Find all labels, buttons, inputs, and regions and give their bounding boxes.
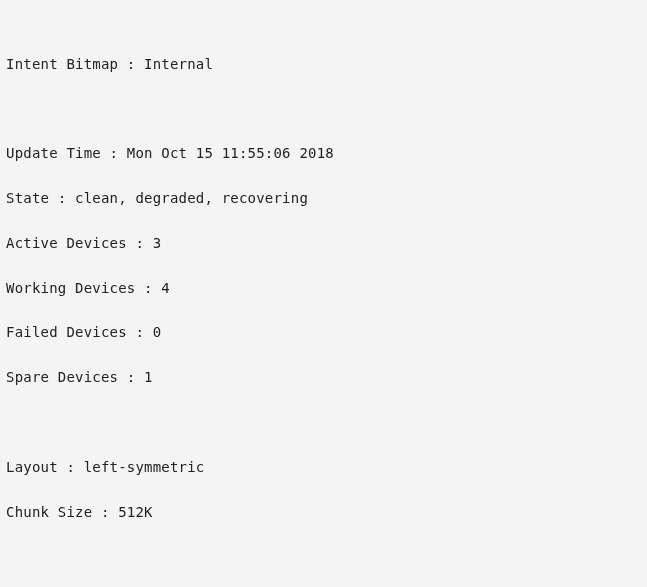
- spare-devices-line: Spare Devices : 1: [6, 366, 641, 388]
- intent-bitmap-line: Intent Bitmap : Internal: [6, 53, 641, 75]
- layout-line: Layout : left-symmetric: [6, 456, 641, 478]
- chunk-size-line: Chunk Size : 512K: [6, 501, 641, 523]
- working-devices-line: Working Devices : 4: [6, 277, 641, 299]
- blank-line: [6, 98, 641, 120]
- state-line: State : clean, degraded, recovering: [6, 187, 641, 209]
- update-time-line: Update Time : Mon Oct 15 11:55:06 2018: [6, 142, 641, 164]
- blank-line: [6, 411, 641, 433]
- blank-line: [6, 545, 641, 567]
- failed-devices-line: Failed Devices : 0: [6, 321, 641, 343]
- active-devices-line: Active Devices : 3: [6, 232, 641, 254]
